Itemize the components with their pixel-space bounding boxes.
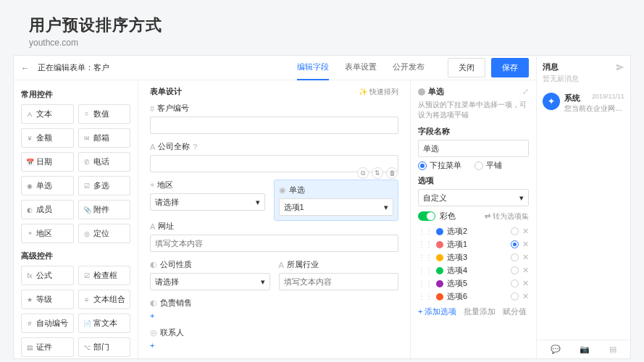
remove-option-icon[interactable]: ✕ — [522, 266, 529, 275]
option-row[interactable]: ⋮⋮选项1✕ — [418, 239, 529, 250]
option-label: 选项1 — [447, 239, 467, 250]
field-copy-icon[interactable]: ⧉ — [357, 167, 369, 179]
widget-item[interactable]: ☑多选 — [78, 176, 131, 195]
option-radio[interactable] — [511, 292, 519, 300]
color-dot[interactable] — [436, 241, 443, 248]
widget-item[interactable]: ¥金额 — [21, 128, 74, 148]
back-button[interactable]: ← — [21, 64, 29, 72]
foot-chat-icon[interactable]: 💬 — [551, 345, 561, 354]
widget-item[interactable]: ◉单选 — [21, 176, 74, 195]
widget-item[interactable]: 📄富文本 — [78, 313, 131, 333]
option-row[interactable]: ⋮⋮选项4✕ — [418, 265, 529, 276]
tab-edit-fields[interactable]: 编辑字段 — [297, 55, 329, 80]
drag-handle-icon[interactable]: ⋮⋮ — [418, 253, 432, 261]
widget-item[interactable]: ✆电话 — [78, 152, 131, 172]
display-tile-radio[interactable]: 平铺 — [474, 160, 502, 171]
foot-list-icon[interactable]: ▤ — [609, 345, 616, 354]
add-option-button[interactable]: + 添加选项 — [418, 306, 456, 317]
option-label: 选项4 — [447, 265, 467, 276]
color-dot[interactable] — [436, 280, 443, 287]
widget-icon: ✆ — [83, 159, 91, 166]
color-dot[interactable] — [436, 228, 443, 235]
batch-add-button[interactable]: 批量添加 — [464, 306, 495, 317]
widget-item[interactable]: ▤证件 — [21, 337, 74, 357]
url-input[interactable] — [150, 235, 398, 252]
widget-item[interactable]: ☑检查框 — [78, 266, 131, 285]
default-value-button[interactable]: 赋分值 — [503, 306, 527, 317]
tab-publish[interactable]: 公开发布 — [393, 55, 425, 80]
widget-item[interactable]: 📎附件 — [78, 200, 131, 219]
field-nature[interactable]: ◐公司性质 请选择▾ — [150, 259, 270, 290]
drag-handle-icon[interactable]: ⋮⋮ — [418, 240, 432, 248]
drag-handle-icon[interactable]: ⋮⋮ — [418, 266, 432, 274]
color-dot[interactable] — [436, 293, 443, 300]
widget-item[interactable]: #自动编号 — [21, 313, 74, 333]
widget-item[interactable]: 📅日期 — [21, 152, 74, 172]
options-mode-select[interactable]: 自定义▾ — [418, 189, 529, 206]
option-row[interactable]: ⋮⋮选项5✕ — [418, 278, 529, 289]
field-industry[interactable]: A所属行业 — [279, 259, 399, 290]
close-button[interactable]: 关闭 — [448, 58, 485, 77]
widget-item[interactable]: fx公式 — [21, 266, 74, 285]
widget-item[interactable]: ≡文本组合 — [78, 290, 131, 309]
add-sales-button[interactable]: + — [150, 311, 154, 320]
quick-sort-button[interactable]: ✨ 快速排列 — [359, 87, 398, 97]
customer-id-input[interactable] — [150, 117, 398, 134]
widget-item[interactable]: ★等级 — [21, 290, 74, 309]
message-item[interactable]: ✦ 系统2019/11/11 您当前在企业网络 测试 申... — [537, 88, 630, 118]
send-icon[interactable] — [616, 63, 624, 72]
expand-icon[interactable]: ⤢ — [522, 87, 529, 96]
option-row[interactable]: ⋮⋮选项6✕ — [418, 291, 529, 302]
widget-icon: ◉ — [26, 182, 33, 190]
app-window: ← 正在编辑表单：客户 编辑字段 表单设置 公开发布 关闭 保存 常用控件 A文… — [13, 55, 631, 359]
add-contact-button[interactable]: + — [150, 341, 154, 350]
section-advanced: 高级控件 — [21, 251, 130, 261]
option-radio[interactable] — [511, 240, 519, 248]
field-url[interactable]: A网址 — [150, 221, 398, 252]
option-row[interactable]: ⋮⋮选项3✕ — [418, 252, 529, 263]
option-radio[interactable] — [511, 279, 519, 287]
color-dot[interactable] — [436, 254, 443, 261]
widget-item[interactable]: ◐成员 — [21, 200, 74, 219]
widget-item[interactable]: ⌗数值 — [78, 104, 131, 124]
save-button[interactable]: 保存 — [491, 58, 529, 77]
remove-option-icon[interactable]: ✕ — [522, 292, 529, 301]
field-move-icon[interactable]: ⇅ — [372, 167, 383, 179]
remove-option-icon[interactable]: ✕ — [522, 253, 529, 262]
help-icon[interactable]: ? — [193, 143, 197, 151]
drag-handle-icon[interactable]: ⋮⋮ — [418, 292, 432, 300]
field-sales[interactable]: ◐负责销售 + — [150, 298, 398, 320]
widget-item[interactable]: ◎定位 — [78, 224, 131, 243]
field-delete-icon[interactable]: 🗑 — [386, 167, 398, 179]
widget-item[interactable]: ⌥部门 — [78, 337, 131, 357]
option-radio[interactable] — [511, 227, 519, 235]
color-dot[interactable] — [436, 267, 443, 274]
field-contact[interactable]: ◎联系人 + — [150, 327, 398, 350]
field-customer-id[interactable]: #客户编号 — [150, 103, 398, 134]
display-dropdown-radio[interactable]: 下拉菜单 — [418, 160, 461, 171]
field-radio-selected[interactable]: ⧉ ⇅ 🗑 ◉单选 选项1▾ — [274, 180, 399, 221]
region-select[interactable]: 请选择▾ — [150, 193, 265, 211]
option-radio[interactable] — [511, 253, 519, 261]
tab-form-settings[interactable]: 表单设置 — [345, 55, 377, 80]
widget-label: 检查框 — [93, 270, 117, 281]
page-subtitle: youthce.com — [29, 38, 644, 48]
field-region[interactable]: ⌖地区 请选择▾ — [150, 180, 265, 214]
remove-option-icon[interactable]: ✕ — [522, 240, 529, 249]
nature-select[interactable]: 请选择▾ — [150, 273, 270, 290]
option-radio[interactable] — [511, 266, 519, 274]
radio-select[interactable]: 选项1▾ — [279, 198, 394, 216]
drag-handle-icon[interactable]: ⋮⋮ — [418, 279, 432, 287]
convert-optionset-button[interactable]: ⇄ 转为选项集 — [485, 211, 529, 222]
remove-option-icon[interactable]: ✕ — [522, 227, 529, 236]
color-toggle[interactable] — [418, 211, 435, 221]
widget-item[interactable]: ✉邮箱 — [78, 128, 131, 148]
foot-camera-icon[interactable]: 📷 — [580, 345, 590, 354]
widget-item[interactable]: A文本 — [21, 104, 74, 124]
drag-handle-icon[interactable]: ⋮⋮ — [418, 227, 432, 235]
field-name-input[interactable] — [418, 140, 529, 157]
remove-option-icon[interactable]: ✕ — [522, 279, 529, 288]
option-row[interactable]: ⋮⋮选项2✕ — [418, 226, 529, 237]
industry-input[interactable] — [279, 273, 399, 290]
widget-item[interactable]: ⌖地区 — [21, 224, 74, 243]
